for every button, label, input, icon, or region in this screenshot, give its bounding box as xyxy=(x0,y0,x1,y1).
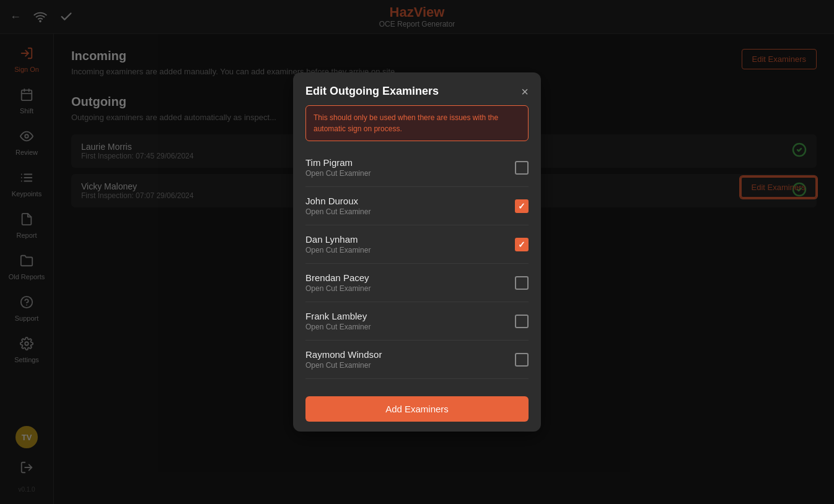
examiner-info: Dan Lynham Open Cut Examiner xyxy=(305,234,371,254)
examiner-info-name: Brendan Pacey xyxy=(305,272,371,283)
list-item: Tim Pigram Open Cut Examiner xyxy=(305,149,529,187)
examiner-info-role: Open Cut Examiner xyxy=(305,207,371,216)
modal-title: Edit Outgoing Examiners xyxy=(305,85,439,98)
list-item: Raymond Windsor Open Cut Examiner xyxy=(305,341,529,379)
examiner-info-role: Open Cut Examiner xyxy=(305,246,371,254)
modal-overlay: Edit Outgoing Examiners × This should on… xyxy=(0,0,834,504)
examiner-info-role: Open Cut Examiner xyxy=(305,169,371,178)
examiner-info: Tim Pigram Open Cut Examiner xyxy=(305,157,371,178)
examiner-info: Brendan Pacey Open Cut Examiner xyxy=(305,272,371,293)
examiner-info-role: Open Cut Examiner xyxy=(305,361,382,370)
modal-warning: This should only be used when there are … xyxy=(305,105,529,141)
examiner-info-name: Frank Lambley xyxy=(305,311,371,321)
modal-close-button[interactable]: × xyxy=(521,85,529,98)
modal-header: Edit Outgoing Examiners × xyxy=(293,72,541,105)
edit-outgoing-modal: Edit Outgoing Examiners × This should on… xyxy=(293,72,541,432)
modal-examiner-list: Tim Pigram Open Cut Examiner John Duroux… xyxy=(293,149,541,386)
examiner-info: Frank Lambley Open Cut Examiner xyxy=(305,311,371,331)
examiner-info-name: John Duroux xyxy=(305,196,371,206)
list-item: Dan Lynham Open Cut Examiner xyxy=(305,225,529,264)
add-examiners-button[interactable]: Add Examiners xyxy=(305,396,529,422)
examiner-checkbox[interactable] xyxy=(515,315,529,328)
list-item: Brendan Pacey Open Cut Examiner xyxy=(305,264,529,302)
examiner-checkbox[interactable] xyxy=(515,353,529,367)
list-item: Damian Nielsen Open Cut Examiner xyxy=(305,379,529,386)
examiner-checkbox[interactable] xyxy=(515,276,529,290)
examiner-info-name: Tim Pigram xyxy=(305,157,371,168)
examiner-info-name: Raymond Windsor xyxy=(305,349,382,360)
examiner-checkbox[interactable] xyxy=(515,238,529,251)
list-item: Frank Lambley Open Cut Examiner xyxy=(305,302,529,341)
examiner-checkbox[interactable] xyxy=(515,161,529,175)
examiner-checkbox[interactable] xyxy=(515,199,529,213)
examiner-info: John Duroux Open Cut Examiner xyxy=(305,196,371,216)
examiner-info-role: Open Cut Examiner xyxy=(305,323,371,331)
modal-footer: Add Examiners xyxy=(293,386,541,432)
examiner-info-name: Dan Lynham xyxy=(305,234,371,245)
examiner-info-role: Open Cut Examiner xyxy=(305,284,371,293)
list-item: John Duroux Open Cut Examiner xyxy=(305,187,529,225)
examiner-info: Raymond Windsor Open Cut Examiner xyxy=(305,349,382,370)
